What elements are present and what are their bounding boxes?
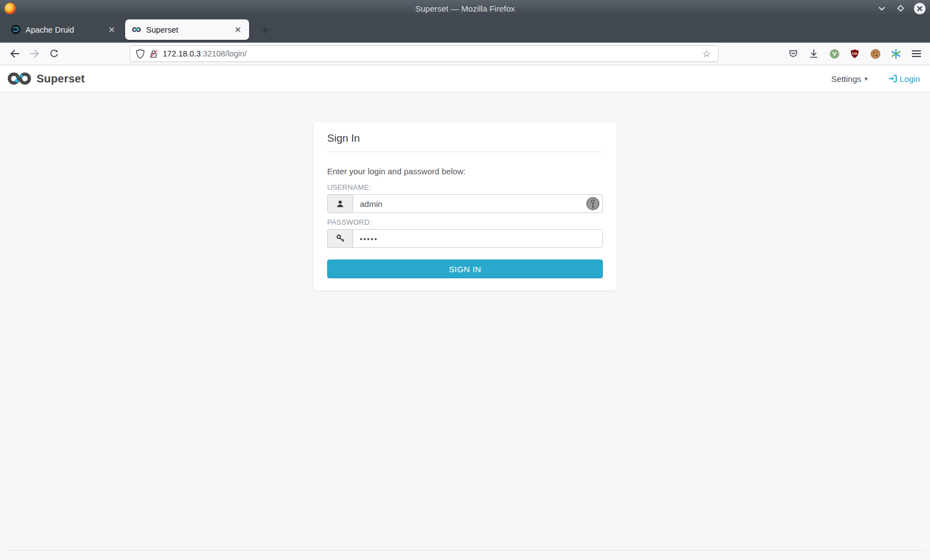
druid-favicon-icon [11,25,20,34]
download-icon[interactable] [805,45,822,62]
chevron-down-icon: ▾ [865,75,868,82]
window-minimize-icon[interactable] [876,2,888,14]
reload-icon[interactable] [45,45,63,62]
superset-header: Superset Settings ▾ Login [0,65,930,92]
extension-vue-devtools-icon[interactable] [826,45,843,62]
user-icon [327,194,353,213]
brand-name: Superset [37,72,85,85]
superset-favicon-icon [132,25,141,34]
settings-label: Settings [831,74,861,84]
svg-text:UO: UO [852,51,857,55]
username-label: USERNAME: [327,183,603,191]
tab-superset[interactable]: Superset ✕ [125,19,249,40]
settings-menu[interactable]: Settings ▾ [831,74,868,84]
tab-close-icon[interactable]: ✕ [232,24,244,35]
superset-brand[interactable]: Superset [7,71,85,86]
window-maximize-icon[interactable] [895,2,907,14]
window-controls [876,2,926,14]
card-body: Enter your login and password below: USE… [313,152,617,291]
page-title: Sign In [327,132,603,144]
extension-asterisk-icon[interactable] [887,45,904,62]
back-icon[interactable] [6,45,23,62]
page-content: Sign In Enter your login and password be… [0,92,930,560]
sign-in-button[interactable]: SIGN IN [327,260,603,278]
extension-cookies-icon[interactable] [867,45,884,62]
login-icon [888,74,897,83]
sign-in-card: Sign In Enter your login and password be… [313,121,617,291]
login-link[interactable]: Login [888,74,920,84]
menu-icon[interactable] [908,45,924,62]
browser-toolbar: 172.18.0.3:32108/login/ ☆ UO [0,43,930,65]
username-input[interactable] [353,194,603,213]
card-header: Sign In [327,122,603,152]
toolbar-extension-icons: UO [785,45,924,62]
url-host: 172.18.0.3 [163,49,201,58]
footer-divider [4,550,926,551]
tab-label: Superset [146,25,227,34]
tab-bar: Apache Druid ✕ Superset ✕ + [0,17,930,43]
keepassxc-icon[interactable] [586,197,600,210]
insecure-lock-icon[interactable] [149,49,158,59]
bookmark-star-icon[interactable]: ☆ [700,47,714,61]
url-path: :32108/login/ [201,49,247,58]
url-bar[interactable]: 172.18.0.3:32108/login/ ☆ [130,45,719,62]
password-input-group [327,229,603,248]
key-icon [327,229,353,248]
new-tab-icon[interactable]: + [257,22,273,38]
header-right: Settings ▾ Login [831,74,920,84]
firefox-logo-icon [4,3,16,14]
window-title: Superset — Mozilla Firefox [0,4,930,13]
tab-label: Apache Druid [25,25,101,34]
url-text[interactable]: 172.18.0.3:32108/login/ [163,49,700,58]
extension-ublock-origin-icon[interactable]: UO [846,45,863,62]
tab-close-icon[interactable]: ✕ [106,24,117,35]
password-input[interactable] [353,229,603,248]
superset-logo-icon [7,71,32,86]
window-close-icon[interactable] [913,2,926,14]
login-help-text: Enter your login and password below: [327,167,603,176]
login-label: Login [900,74,920,84]
username-input-group [327,194,603,213]
pocket-icon[interactable] [785,45,802,62]
tab-apache-druid[interactable]: Apache Druid ✕ [4,17,123,43]
forward-icon[interactable] [25,45,43,62]
tracking-shield-icon[interactable] [136,49,145,59]
password-label: PASSWORD: [327,218,603,226]
window-titlebar: Superset — Mozilla Firefox [0,0,930,17]
